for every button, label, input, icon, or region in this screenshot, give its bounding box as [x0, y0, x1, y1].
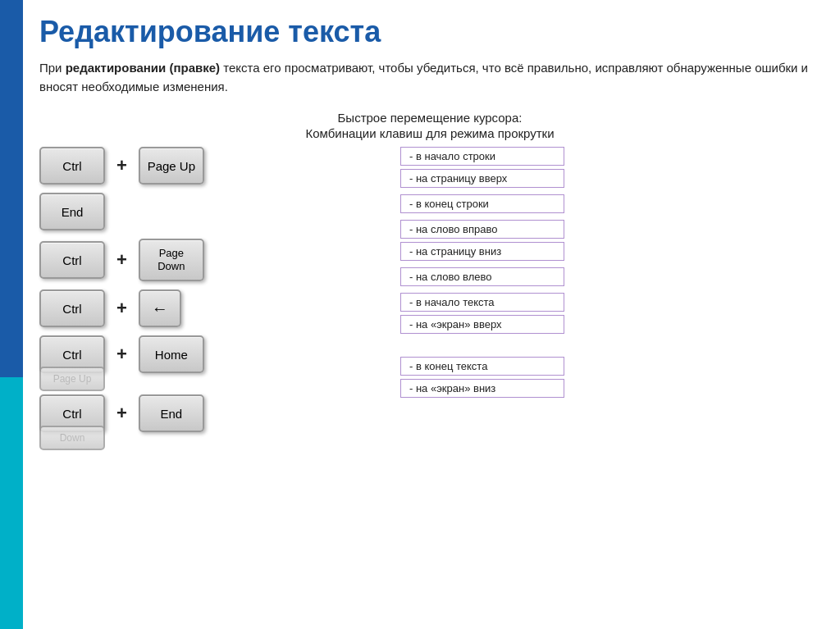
key-ctrl-2: Ctrl	[39, 241, 105, 279]
key-arrow-left: ←	[139, 289, 181, 327]
result-fast-5: - в начало текста	[400, 293, 564, 312]
key-end: End	[39, 193, 105, 230]
ghost-down-key: Down	[39, 426, 105, 450]
key-pagedown: PageDown	[139, 239, 204, 281]
result-fast-3: - на слово вправо	[400, 220, 564, 239]
result-group-3: - на слово вправо - на страницу вниз	[400, 220, 820, 261]
plus-5: +	[116, 403, 127, 424]
result-scroll-1: - на страницу вверх	[400, 169, 564, 188]
plus-4: +	[116, 344, 127, 365]
result-group-2: - в конец строки	[400, 194, 820, 213]
fast-move-title: Быстрое перемещение курсора:	[39, 111, 820, 125]
result-group-4: - на слово влево	[400, 267, 820, 286]
result-group-1: - в начало строки - на страницу вверх	[400, 147, 820, 188]
result-group-5: - в начало текста - на «экран» вверх	[400, 293, 820, 334]
keyboard-section: Ctrl + Page Up End Ctrl + PageDown Ctrl …	[39, 147, 384, 432]
key-end-2: End	[139, 394, 204, 432]
combo-row-6-wrapper: Ctrl + End Down	[39, 394, 384, 432]
plus-3: +	[116, 298, 127, 319]
result-scroll-6: - на «экран» вниз	[400, 379, 564, 398]
plus-1: +	[116, 155, 127, 176]
combo-row-4: Ctrl + ←	[39, 289, 384, 327]
key-pageup: Page Up	[139, 147, 204, 185]
key-ctrl-1: Ctrl	[39, 147, 105, 185]
page-title: Редактирование текста	[39, 15, 820, 49]
results-section: - в начало строки - на страницу вверх - …	[384, 147, 820, 432]
result-fast-6: - в конец текста	[400, 357, 564, 376]
result-group-6: - в конец текста - на «экран» вниз	[400, 357, 820, 398]
left-bar	[0, 0, 23, 629]
result-fast-4: - на слово влево	[400, 267, 564, 286]
ghost-pageup-key: Page Up	[39, 367, 105, 391]
combo-row-1: Ctrl + Page Up	[39, 147, 384, 185]
combo-row-3: Ctrl + PageDown	[39, 239, 384, 281]
key-home: Home	[139, 335, 204, 373]
content: Редактирование текста При редактировании…	[23, 0, 840, 629]
result-fast-2: - в конец строки	[400, 194, 564, 213]
result-fast-1: - в начало строки	[400, 147, 564, 166]
intro-paragraph: При редактировании (правке) текста его п…	[39, 59, 820, 96]
result-scroll-5: - на «экран» вверх	[400, 315, 564, 334]
scroll-mode-title: Комбинации клавиш для режима прокрутки	[39, 126, 820, 140]
section-titles: Быстрое перемещение курсора: Комбинации …	[39, 111, 820, 140]
plus-2: +	[116, 249, 127, 271]
key-ctrl-3: Ctrl	[39, 289, 105, 327]
combo-row-2: End	[39, 193, 384, 230]
result-scroll-3: - на страницу вниз	[400, 242, 564, 261]
combo-row-5-wrapper: Ctrl + Home Page Up	[39, 335, 384, 373]
